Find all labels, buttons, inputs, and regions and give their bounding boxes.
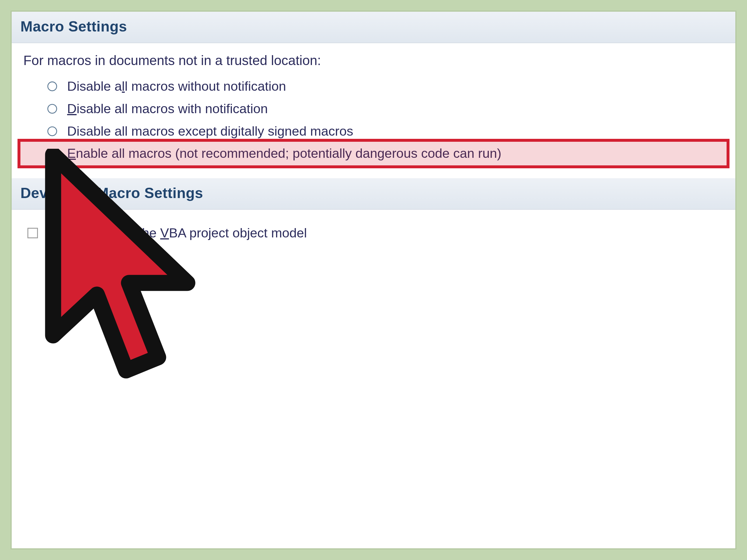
macro-settings-body: For macros in documents not in a trusted…	[12, 43, 735, 178]
radio-option-enable-all-macros[interactable]: Enable all macros (not recommended; pote…	[23, 142, 724, 165]
svg-point-2	[48, 127, 57, 136]
developer-settings-body: Trust access to the VBA project object m…	[12, 210, 735, 548]
checkbox-label: Trust access to the VBA project object m…	[46, 224, 307, 242]
radio-label: Disable all macros without notification	[67, 78, 286, 96]
radio-icon	[47, 126, 58, 137]
trust-center-panel: Macro Settings For macros in documents n…	[10, 10, 737, 550]
macro-settings-intro: For macros in documents not in a trusted…	[23, 53, 724, 68]
svg-point-4	[50, 152, 54, 156]
radio-icon	[47, 81, 58, 92]
section-header-developer-macro-settings: Developer Macro Settings	[12, 178, 735, 210]
svg-point-0	[48, 82, 57, 91]
radio-option-disable-except-signed[interactable]: Disable all macros except digitally sign…	[23, 120, 724, 143]
radio-label: Disable all macros except digitally sign…	[67, 123, 353, 140]
section-header-macro-settings: Macro Settings	[12, 12, 735, 43]
radio-icon-selected	[47, 148, 58, 159]
radio-icon	[47, 103, 58, 114]
checkbox-trust-vba-project[interactable]: Trust access to the VBA project object m…	[23, 219, 724, 247]
section-title: Developer Macro Settings	[20, 185, 203, 201]
radio-label: Enable all macros (not recommended; pote…	[67, 145, 501, 162]
section-title: Macro Settings	[20, 18, 127, 35]
checkbox-icon	[27, 228, 38, 238]
radio-label: Disable all macros with notification	[67, 100, 268, 118]
svg-point-1	[48, 104, 57, 113]
radio-option-disable-without-notification[interactable]: Disable all macros without notification	[23, 75, 724, 98]
radio-option-disable-with-notification[interactable]: Disable all macros with notification	[23, 98, 724, 120]
